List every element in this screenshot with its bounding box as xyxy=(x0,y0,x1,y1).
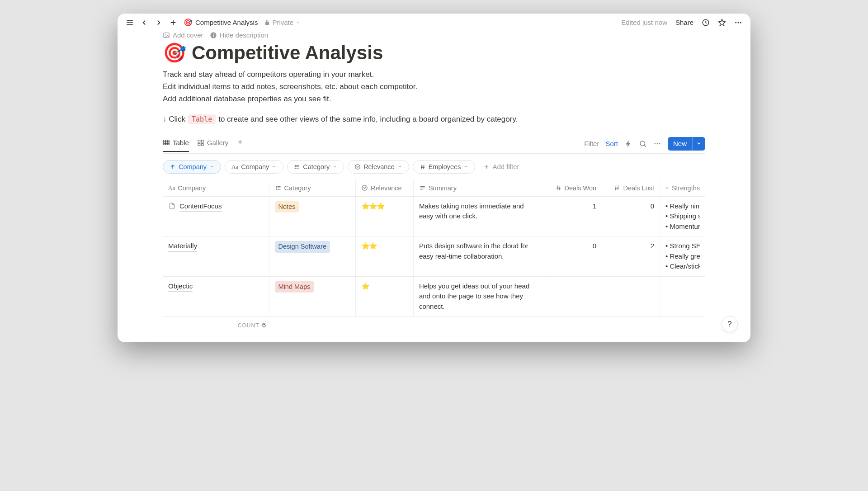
col-header-company[interactable]: Aa Company xyxy=(163,180,269,196)
cell-category[interactable]: Mind Maps xyxy=(269,277,356,316)
company-name: ContentFocus xyxy=(179,201,222,212)
share-button[interactable]: Share xyxy=(675,19,693,26)
new-button[interactable]: New xyxy=(668,137,705,151)
page-title-emoji[interactable]: 🎯 xyxy=(163,42,186,64)
filter-pill-label: Employees xyxy=(429,163,461,170)
cell-strengths[interactable]: • Really nimb• Shipping su• Momentum aft… xyxy=(660,197,705,236)
help-button[interactable]: ? xyxy=(722,316,738,332)
cell-category[interactable]: Design Software xyxy=(269,236,356,276)
svg-point-36 xyxy=(295,168,296,168)
cell-dealswon[interactable]: 0 xyxy=(544,236,602,276)
chevron-down-icon xyxy=(696,141,702,146)
filter-button[interactable]: Filter xyxy=(584,140,599,147)
sort-button[interactable]: Sort xyxy=(605,140,618,147)
page-description[interactable]: Track and stay ahead of competitors oper… xyxy=(163,68,705,105)
cell-dealslost[interactable]: 2 xyxy=(602,236,660,276)
svg-line-27 xyxy=(644,145,646,147)
hint-post: to create and see other views of the sam… xyxy=(218,115,518,124)
tab-gallery-label: Gallery xyxy=(207,139,229,146)
table-row[interactable]: MateriallyDesign Software⭐⭐Puts design s… xyxy=(163,236,705,277)
filter-pill-label: Category xyxy=(303,163,330,170)
image-icon xyxy=(163,32,170,39)
search-icon[interactable] xyxy=(639,140,647,148)
hint-row: ↓ Click Table to create and see other vi… xyxy=(163,114,705,124)
cell-strengths[interactable]: • Strong SEO• Really grea• Clear/sticky xyxy=(660,236,705,276)
text-icon xyxy=(419,184,426,191)
cell-dealswon[interactable] xyxy=(544,277,602,316)
more-icon[interactable] xyxy=(734,19,742,27)
svg-point-11 xyxy=(165,34,166,35)
topbar: 🎯 Competitive Analysis Private Edited ju… xyxy=(118,14,750,31)
svg-point-14 xyxy=(213,33,214,34)
col-label: Deals Won xyxy=(565,184,597,192)
cell-relevance[interactable]: ⭐⭐ xyxy=(356,236,414,276)
edited-label: Edited just now xyxy=(621,19,667,26)
category-tag: Design Software xyxy=(275,241,330,253)
database-properties-link[interactable]: database properties xyxy=(213,94,281,103)
views-left: Table Gallery xyxy=(163,138,244,152)
col-header-strengths[interactable]: Strengths xyxy=(660,180,705,196)
cell-dealslost[interactable] xyxy=(602,277,660,316)
text-type-icon: Aa xyxy=(168,184,175,192)
back-icon[interactable] xyxy=(140,19,148,27)
add-view-button[interactable] xyxy=(236,138,244,152)
col-label: Deals Lost xyxy=(623,184,654,192)
col-label: Relevance xyxy=(371,184,402,192)
svg-point-47 xyxy=(276,188,276,188)
col-label: Category xyxy=(284,184,311,192)
breadcrumb[interactable]: 🎯 Competitive Analysis xyxy=(184,18,258,27)
page-title[interactable]: Competitive Analysis xyxy=(192,42,383,64)
relevance-stars: ⭐⭐⭐ xyxy=(361,202,384,210)
col-header-dealslost[interactable]: Deals Lost xyxy=(602,180,660,196)
hide-description-button[interactable]: Hide description xyxy=(210,31,269,39)
cell-company[interactable]: ContentFocus xyxy=(163,197,269,236)
cell-relevance[interactable]: ⭐⭐⭐ xyxy=(356,197,414,236)
select-icon xyxy=(354,164,361,170)
strength-item: • Shipping su xyxy=(665,211,700,222)
table-row[interactable]: ContentFocusNotes⭐⭐⭐Makes taking notes i… xyxy=(163,197,705,237)
cell-summary[interactable]: Makes taking notes immediate and easy wi… xyxy=(414,197,544,236)
list-icon xyxy=(294,164,300,170)
automations-icon[interactable] xyxy=(624,140,632,148)
cell-relevance[interactable]: ⭐ xyxy=(356,277,414,316)
favorite-icon[interactable] xyxy=(718,19,726,27)
col-header-relevance[interactable]: Relevance xyxy=(356,180,414,196)
tab-table[interactable]: Table xyxy=(163,139,189,152)
table-row[interactable]: ObjecticMind Maps⭐Helps you get ideas ou… xyxy=(163,277,705,317)
category-tag: Mind Maps xyxy=(275,281,314,293)
filter-pill-employees[interactable]: Employees xyxy=(413,160,476,174)
cell-company[interactable]: Materially xyxy=(163,236,269,276)
updates-icon[interactable] xyxy=(702,19,710,27)
cell-summary[interactable]: Puts design software in the cloud for ea… xyxy=(414,236,544,276)
tab-gallery[interactable]: Gallery xyxy=(197,139,229,151)
forward-icon[interactable] xyxy=(155,19,163,27)
cell-dealswon[interactable]: 1 xyxy=(544,197,602,236)
chevron-down-icon xyxy=(209,164,214,169)
cell-category[interactable]: Notes xyxy=(269,197,356,236)
view-options-icon[interactable] xyxy=(653,140,661,148)
add-filter-button[interactable]: Add filter xyxy=(479,160,524,173)
app-window: 🎯 Competitive Analysis Private Edited ju… xyxy=(118,14,750,342)
chevron-down-icon xyxy=(397,164,402,169)
cell-summary[interactable]: Helps you get ideas out of your head and… xyxy=(414,277,544,316)
count-cell[interactable]: COUNT 6 xyxy=(163,321,271,329)
new-button-chevron[interactable] xyxy=(692,137,705,151)
cell-strengths[interactable] xyxy=(660,277,705,316)
col-header-dealswon[interactable]: Deals Won xyxy=(544,180,602,196)
col-header-category[interactable]: Category xyxy=(269,180,356,196)
relevance-stars: ⭐⭐ xyxy=(361,242,377,250)
filter-pill-relevance[interactable]: Relevance xyxy=(348,160,409,174)
hamburger-icon[interactable] xyxy=(126,19,134,27)
privacy-button[interactable]: Private xyxy=(264,19,301,26)
sort-pill-company[interactable]: Company xyxy=(163,160,221,174)
col-header-summary[interactable]: Summary xyxy=(414,180,544,196)
desc-line-1: Track and stay ahead of competitors oper… xyxy=(163,68,705,80)
cell-company[interactable]: Objectic xyxy=(163,277,269,316)
filter-pill-category[interactable]: Category xyxy=(287,160,344,174)
filter-pill-company[interactable]: Aa Company xyxy=(225,160,283,174)
filter-pill-label: Relevance xyxy=(363,163,395,170)
add-cover-button[interactable]: Add cover xyxy=(163,31,203,39)
new-page-icon[interactable] xyxy=(169,19,177,27)
cell-dealslost[interactable]: 0 xyxy=(602,197,660,236)
chevron-down-icon xyxy=(332,164,337,169)
